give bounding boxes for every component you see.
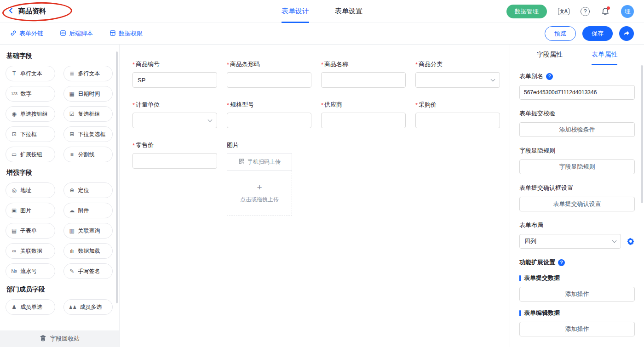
text-input[interactable] [321,72,406,88]
notification-dot [607,6,610,10]
field-type-serial-number[interactable]: №流水号 [6,263,55,279]
gear-icon[interactable] [627,237,635,245]
field-type-user-multi[interactable]: ♟♟成员多选 [63,299,113,315]
field-type-select[interactable]: ⊡下拉框 [6,126,55,142]
save-button[interactable]: 保存 [582,26,613,41]
text-input[interactable] [321,113,406,128]
required-mark [321,61,323,68]
help-icon[interactable]: ? [558,259,565,266]
pen-icon: ✎ [69,268,75,274]
field-product-code[interactable]: 商品编号 [132,60,217,88]
subsection-title: 表单提交数据 [519,274,635,282]
select-input[interactable] [415,72,500,88]
required-mark [227,61,229,68]
field-spec[interactable]: 规格型号 [227,101,311,128]
backend-script-link[interactable]: 后端脚本 [60,29,93,38]
back-button[interactable] [7,7,15,16]
single-line-text-icon: T [11,70,17,77]
field-type-extend-button[interactable]: ▭扩展按钮 [6,147,55,162]
data-permission-link[interactable]: 数据权限 [109,29,143,38]
panel-scrollbar[interactable] [641,65,643,203]
chevron-down-icon [612,238,617,243]
help-icon[interactable]: ? [581,7,590,16]
divider-icon: ≡ [69,151,75,158]
field-type-number[interactable]: 123数字 [6,86,55,102]
user-icon: ♟ [11,304,17,310]
field-type-multi-select[interactable]: ⊞下拉复选框 [63,126,113,142]
field-type-data-load[interactable]: ılı数据加载 [63,243,113,259]
translate-icon[interactable]: 文A [558,8,569,15]
subsection-title: 表单编辑数据 [519,309,635,317]
form-layout-select[interactable]: 四列 [519,234,621,249]
text-input[interactable] [227,72,311,88]
data-manage-button[interactable]: 数据管理 [506,5,547,18]
field-supplier[interactable]: 供应商 [321,101,406,128]
preview-button[interactable]: 预览 [545,26,576,41]
tab-form-properties[interactable]: 表单属性 [592,45,617,65]
tab-form-settings[interactable]: 表单设置 [335,0,362,23]
notification-bell-icon[interactable] [601,7,610,16]
field-visibility-rule-button[interactable]: 字段显隐规则 [519,159,635,174]
field-retail-price[interactable]: 零售价 [132,141,217,169]
multi-dropdown-icon: ⊞ [69,131,75,137]
chevron-down-icon [208,117,213,122]
field-type-signature[interactable]: ✎手写签名 [63,263,113,279]
form-external-link[interactable]: 表单外链 [10,29,43,38]
submit-confirm-setting-button[interactable]: 表单提交确认设置 [519,197,635,211]
field-type-datetime[interactable]: ▦日期时间 [63,86,113,102]
sidebar-scrollbar[interactable] [116,51,118,303]
field-type-divider[interactable]: ≡分割线 [63,147,113,162]
page-title: 商品资料 [18,7,46,16]
field-type-user-single[interactable]: ♟成员单选 [6,299,55,315]
qr-code-icon [238,158,245,166]
attachment-icon: ☁ [69,207,75,214]
multi-line-text-icon: ≣ [69,70,75,77]
script-icon [60,30,66,38]
field-type-relation-query[interactable]: ▥关联查询 [63,223,113,239]
field-product-name[interactable]: 商品名称 [321,60,406,88]
permission-icon [109,30,116,38]
field-type-relation-data[interactable]: ∞关联数据 [6,243,55,259]
dropdown-icon: ⊡ [11,131,17,137]
required-mark [321,102,323,108]
field-image-upload[interactable]: 图片 手机扫码上传 + 点击或拖拽上传 [227,141,311,216]
field-type-multi-line-text[interactable]: ≣多行文本 [63,66,113,81]
calendar-icon: ▦ [69,91,75,97]
upload-dropzone[interactable]: + 点击或拖拽上传 [227,171,292,216]
form-alias-input[interactable] [519,85,635,100]
select-input[interactable] [132,113,217,128]
avatar[interactable]: 理 [621,5,634,18]
field-barcode[interactable]: 商品条形码 [227,60,311,88]
field-type-single-line-text[interactable]: T单行文本 [6,66,55,81]
tab-field-properties[interactable]: 字段属性 [537,45,563,65]
field-type-geolocation[interactable]: ⊕定位 [63,182,113,198]
help-icon[interactable]: ? [546,73,553,80]
field-unit[interactable]: 计量单位 [132,101,217,128]
field-recycle-bin[interactable]: 字段回收站 [0,330,119,347]
add-validation-button[interactable]: 添加校验条件 [519,122,635,137]
field-type-checkbox-group[interactable]: ☑复选框组 [63,106,113,122]
form-canvas[interactable]: 商品编号 商品条形码 商品名称 商品分类 计量单位 规格型号 [120,45,510,347]
text-input[interactable] [132,153,217,169]
field-type-address[interactable]: ◎地址 [6,182,55,198]
field-type-image[interactable]: ▣图片 [6,203,55,218]
relation-data-icon: ∞ [11,248,17,254]
field-product-category[interactable]: 商品分类 [415,60,500,88]
field-type-attachment[interactable]: ☁附件 [63,203,113,218]
scan-upload-button[interactable]: 手机扫码上传 [227,153,292,171]
text-input[interactable] [132,72,217,88]
add-action-submit-button[interactable]: 添加操作 [519,287,635,301]
share-button[interactable] [619,26,634,41]
text-input[interactable] [227,113,311,128]
field-type-sub-form[interactable]: ▤子表单 [6,223,55,239]
text-input[interactable] [415,113,500,128]
field-type-radio-group[interactable]: ◉单选按钮组 [6,106,55,122]
back-chevron-icon [7,7,15,16]
section-title: 增强字段 [6,169,113,177]
add-action-edit-button[interactable]: 添加操作 [519,322,635,336]
number-icon: 123 [11,91,17,96]
trash-icon [40,335,46,343]
field-purchase-price[interactable]: 采购价 [415,101,500,128]
tab-form-design[interactable]: 表单设计 [282,0,309,23]
required-mark [132,61,135,68]
